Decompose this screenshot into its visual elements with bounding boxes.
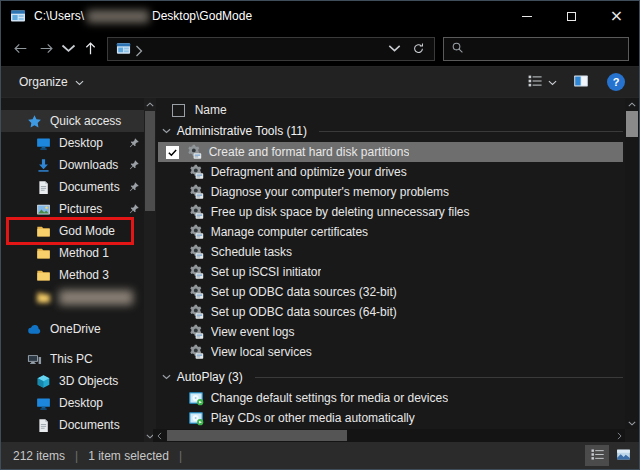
file-label: Set up ODBC data sources (64-bit): [211, 305, 397, 319]
caption-buttons: ×: [504, 1, 639, 31]
up-button[interactable]: [77, 36, 103, 62]
horizontal-scrollbar-thumb[interactable]: [167, 430, 347, 441]
monitor-icon: [36, 136, 51, 151]
view-toggles: [585, 445, 635, 466]
app-icon: [10, 8, 26, 24]
back-button[interactable]: [7, 36, 33, 62]
address-dropdown-button[interactable]: [382, 38, 406, 60]
horizontal-scrollbar[interactable]: [153, 429, 625, 442]
group-header[interactable]: Administrative Tools (11): [158, 120, 623, 142]
file-row[interactable]: View event logs: [158, 322, 623, 342]
chevron-up-icon[interactable]: [625, 98, 639, 110]
sidebar-item-this-pc[interactable]: This PC: [1, 348, 144, 370]
file-row[interactable]: Schedule tasks: [158, 242, 623, 262]
sidebar-item-desktop[interactable]: Desktop: [1, 132, 144, 154]
sidebar-item-label: 3D Objects: [59, 374, 118, 388]
sidebar-item-quick-access[interactable]: Quick access: [1, 110, 144, 132]
sidebar-item-documents[interactable]: Documents: [1, 176, 144, 198]
file-row[interactable]: Diagnose your computer's memory problems: [158, 182, 623, 202]
sidebar-item-redacted[interactable]: [1, 286, 144, 308]
change-view-button[interactable]: [523, 70, 561, 95]
recent-locations-button[interactable]: [59, 36, 77, 62]
thumbnails-view-button[interactable]: [611, 445, 635, 466]
window-title: C:\Users\Desktop\GodMode: [34, 9, 252, 23]
minimize-button[interactable]: [504, 1, 549, 31]
sidebar-item-3d-objects[interactable]: 3D Objects: [1, 370, 144, 392]
organize-button[interactable]: Organize: [11, 71, 92, 93]
details-view-button[interactable]: [585, 445, 609, 466]
sidebar-item-label: Documents: [59, 180, 120, 194]
preview-pane-icon: [573, 73, 589, 92]
chevron-down-icon[interactable]: [625, 417, 639, 429]
command-bar: Organize ?: [1, 67, 639, 98]
admin-tool-icon: [188, 224, 204, 240]
command-bar-right: ?: [523, 70, 629, 95]
file-row[interactable]: View local services: [158, 342, 623, 362]
sidebar-item-method-3[interactable]: Method 3: [1, 264, 144, 286]
content-area: Quick accessDesktopDownloadsDocumentsPic…: [1, 98, 639, 442]
file-label: Defragment and optimize your drives: [211, 165, 407, 179]
search-input[interactable]: [443, 37, 629, 61]
sidebar-item-method-1[interactable]: Method 1: [1, 242, 144, 264]
close-button[interactable]: ×: [594, 1, 639, 31]
monitor-icon: [36, 396, 51, 411]
select-all-checkbox[interactable]: [172, 104, 185, 117]
group-rule: [319, 131, 623, 132]
vertical-scrollbar-thumb[interactable]: [626, 111, 638, 137]
file-label: View local services: [211, 345, 312, 359]
file-label: Manage computer certificates: [211, 225, 368, 239]
column-header-name[interactable]: Name: [158, 100, 623, 120]
pin-icon: [128, 137, 140, 149]
separator: |: [179, 449, 182, 463]
file-row[interactable]: Set up ODBC data sources (64-bit): [158, 302, 623, 322]
chevron-up-icon[interactable]: [144, 98, 156, 110]
chevron-right-icon[interactable]: [613, 429, 625, 442]
address-bar[interactable]: [107, 37, 435, 61]
file-row[interactable]: Set up iSCSI initiator: [158, 262, 623, 282]
group-label: Administrative Tools (11): [177, 124, 307, 138]
pin-icon: [128, 181, 140, 193]
admin-tool-icon: [188, 204, 204, 220]
file-row[interactable]: Play CDs or other media automatically: [158, 408, 623, 428]
sidebar-item-desktop[interactable]: Desktop: [1, 392, 144, 414]
sidebar-item-god-mode[interactable]: God Mode: [1, 220, 144, 242]
sidebar-item-onedrive[interactable]: OneDrive: [1, 318, 144, 340]
file-row[interactable]: Change default settings for media or dev…: [158, 388, 623, 408]
help-icon: ?: [613, 76, 620, 88]
organize-label: Organize: [19, 75, 68, 89]
chevron-left-icon[interactable]: [153, 429, 165, 442]
sidebar-item-downloads[interactable]: Downloads: [1, 154, 144, 176]
admin-tool-icon: [186, 144, 202, 160]
help-button[interactable]: ?: [607, 73, 625, 91]
navigation-pane: Quick accessDesktopDownloadsDocumentsPic…: [1, 98, 156, 442]
star-icon: [27, 114, 42, 129]
sidebar-item-label: Documents: [59, 418, 120, 432]
sidebar-item-pictures[interactable]: Pictures: [1, 198, 144, 220]
file-row[interactable]: Manage computer certificates: [158, 222, 623, 242]
sidebar-item-label: Pictures: [59, 202, 102, 216]
separator: |: [75, 449, 78, 463]
file-row[interactable]: Create and format hard disk partitions: [158, 142, 623, 162]
details-view-icon: [590, 447, 605, 465]
refresh-button[interactable]: [406, 38, 430, 60]
minimize-icon: [522, 16, 532, 17]
breadcrumb-chevron-icon[interactable]: [135, 43, 143, 54]
preview-pane-button[interactable]: [569, 70, 593, 95]
group-header[interactable]: AutoPlay (3): [158, 366, 623, 388]
group-rule: [255, 377, 623, 378]
maximize-button[interactable]: [549, 1, 594, 31]
sidebar-scrollbar[interactable]: [144, 98, 156, 442]
file-label: Set up ODBC data sources (32-bit): [211, 285, 397, 299]
sidebar-item-documents[interactable]: Documents: [1, 414, 144, 436]
file-row[interactable]: Set up ODBC data sources (32-bit): [158, 282, 623, 302]
selection-status: 1 item selected: [88, 449, 169, 463]
sidebar-item-label: Desktop: [59, 136, 103, 150]
checkbox-checked[interactable]: [166, 146, 179, 159]
sidebar-item-label: Desktop: [59, 396, 103, 410]
sidebar-scrollbar-thumb[interactable]: [145, 111, 155, 211]
file-row[interactable]: Free up disk space by deleting unnecessa…: [158, 202, 623, 222]
file-label: Set up iSCSI initiator: [211, 265, 322, 279]
vertical-scrollbar[interactable]: [625, 98, 639, 429]
forward-button[interactable]: [33, 36, 59, 62]
file-row[interactable]: Defragment and optimize your drives: [158, 162, 623, 182]
